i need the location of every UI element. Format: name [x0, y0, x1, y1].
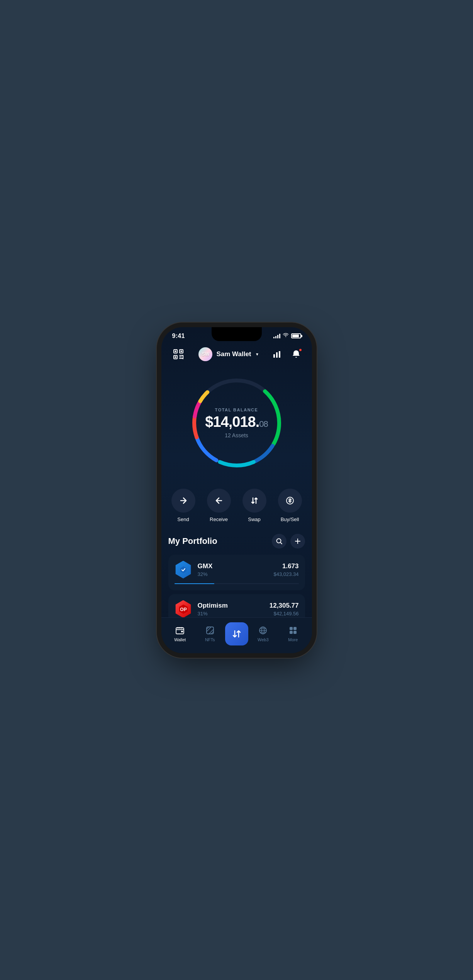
asset-icon-gmx — [175, 561, 192, 579]
asset-percent-gmx: 32% — [198, 571, 268, 577]
buy-sell-icon — [286, 496, 294, 505]
phone-frame: 9:41 — [161, 327, 312, 653]
nav-more-label: More — [288, 637, 298, 642]
signal-icon — [273, 334, 280, 338]
balance-assets-count: 12 Assets — [202, 432, 271, 438]
swap-icon-circle — [242, 489, 266, 513]
balance-cents: 08 — [259, 419, 268, 429]
receive-label: Receive — [210, 516, 228, 522]
wallet-selector[interactable]: SW Sam Wallet ▾ — [198, 347, 258, 361]
op-logo: OP — [178, 604, 189, 615]
asset-usd-optimism: $42,149.56 — [270, 611, 299, 617]
svg-rect-31 — [290, 627, 293, 630]
asset-name-gmx: GMX — [198, 562, 268, 570]
buy-sell-icon-circle — [278, 489, 302, 513]
svg-rect-4 — [180, 350, 182, 352]
swap-center-icon — [232, 629, 242, 639]
chevron-down-icon: ▾ — [256, 352, 258, 357]
portfolio-title: My Portfolio — [168, 536, 217, 546]
nfts-nav-icon — [205, 625, 215, 635]
web3-nav-icon — [258, 625, 268, 635]
qr-icon — [173, 349, 184, 360]
buy-sell-label: Buy/Sell — [281, 516, 299, 522]
svg-rect-10 — [273, 354, 275, 358]
nav-center[interactable] — [225, 622, 248, 645]
qr-scanner-button[interactable] — [170, 346, 187, 363]
avatar: SW — [198, 347, 212, 361]
nav-web3-label: Web3 — [258, 637, 269, 642]
asset-percent-optimism: 31% — [198, 611, 264, 617]
svg-rect-11 — [276, 352, 278, 358]
wallet-nav-icon — [175, 625, 185, 635]
header: SW Sam Wallet ▾ — [161, 343, 312, 369]
notification-button[interactable] — [289, 347, 303, 361]
svg-rect-32 — [293, 627, 297, 630]
balance-section: TOTAL BALANCE $14,018.08 12 Assets — [161, 369, 312, 485]
nav-nfts-label: NFTs — [205, 637, 215, 642]
svg-rect-33 — [290, 631, 293, 634]
status-time: 9:41 — [172, 333, 185, 340]
send-label: Send — [177, 516, 189, 522]
asset-info-optimism: Optimism 31% — [198, 602, 264, 617]
svg-rect-27 — [181, 631, 183, 632]
battery-icon — [291, 333, 301, 338]
portfolio-section: My Portfolio — [161, 534, 312, 624]
chart-button[interactable] — [270, 347, 284, 361]
status-icons — [273, 333, 301, 339]
asset-info-gmx: GMX 32% — [198, 562, 268, 577]
header-right-actions — [270, 347, 303, 361]
balance-label: TOTAL BALANCE — [202, 408, 271, 412]
svg-rect-3 — [175, 350, 176, 352]
portfolio-add-button[interactable] — [290, 534, 305, 549]
buy-sell-button[interactable]: Buy/Sell — [278, 489, 302, 522]
swap-button[interactable]: Swap — [242, 489, 266, 522]
svg-rect-12 — [279, 351, 280, 358]
wifi-icon — [283, 333, 289, 339]
asset-icon-op: OP — [175, 600, 192, 618]
donut-chart: TOTAL BALANCE $14,018.08 12 Assets — [186, 373, 287, 473]
portfolio-actions — [272, 534, 305, 549]
svg-point-22 — [276, 538, 281, 543]
send-icon — [179, 496, 188, 505]
asset-card-gmx[interactable]: GMX 32% 1.673 $43,023.34 — [168, 555, 305, 590]
svg-rect-34 — [293, 631, 297, 634]
battery-fill — [292, 335, 299, 337]
receive-button[interactable]: Receive — [207, 489, 231, 522]
notch — [212, 327, 262, 341]
balance-amount: $14,018.08 — [202, 414, 271, 429]
asset-row-optimism: OP Optimism 31% 12,305.77 $42,149.56 — [175, 600, 299, 618]
swap-label: Swap — [248, 516, 261, 522]
portfolio-header: My Portfolio — [168, 534, 305, 549]
wallet-name: Sam Wallet — [216, 350, 251, 358]
nav-more[interactable]: More — [278, 625, 308, 642]
asset-amount-gmx: 1.673 — [273, 562, 298, 570]
asset-row-gmx: GMX 32% 1.673 $43,023.34 — [175, 561, 299, 579]
asset-values-optimism: 12,305.77 $42,149.56 — [270, 602, 299, 617]
add-icon — [294, 538, 301, 545]
asset-bar-fill-gmx — [175, 583, 214, 584]
asset-usd-gmx: $43,023.34 — [273, 571, 298, 577]
receive-icon-circle — [207, 489, 231, 513]
svg-text:OP: OP — [180, 607, 186, 612]
gmx-logo — [179, 565, 188, 574]
send-icon-circle — [171, 489, 195, 513]
svg-marker-23 — [180, 566, 186, 573]
asset-amount-optimism: 12,305.77 — [270, 602, 299, 610]
nav-web3[interactable]: Web3 — [248, 625, 278, 642]
nav-nfts[interactable]: NFTs — [195, 625, 225, 642]
chart-icon — [272, 350, 281, 359]
balance-display: TOTAL BALANCE $14,018.08 12 Assets — [202, 408, 271, 438]
swap-icon — [250, 496, 259, 505]
phone-screen: 9:41 — [161, 327, 312, 653]
send-button[interactable]: Send — [171, 489, 195, 522]
search-icon — [276, 538, 283, 545]
asset-bar-gmx — [175, 583, 299, 584]
asset-values-gmx: 1.673 $43,023.34 — [273, 562, 298, 577]
nav-wallet-label: Wallet — [174, 637, 186, 642]
nav-wallet[interactable]: Wallet — [165, 625, 195, 642]
receive-icon — [215, 496, 223, 505]
action-buttons: Send Receive Swap — [161, 485, 312, 534]
swap-center-button[interactable] — [225, 622, 248, 645]
more-nav-icon — [288, 625, 298, 635]
portfolio-search-button[interactable] — [272, 534, 287, 549]
